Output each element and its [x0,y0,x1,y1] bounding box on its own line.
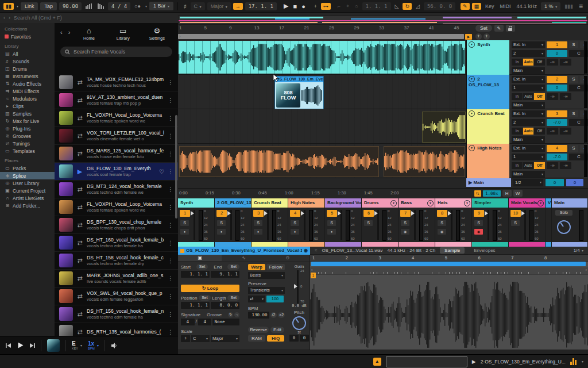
mixer-solo-button[interactable]: S [474,220,483,226]
library-item-modulators[interactable]: ≈Modulators [0,95,55,102]
mixer-midi-arm-button[interactable]: ◉ [438,229,446,235]
cpu-meter[interactable]: 1 % ▾ [541,2,560,10]
warp-toggle[interactable]: Warp [248,264,265,270]
more-options-icon[interactable]: ⋮ [168,79,173,86]
monitor-off[interactable]: Off [534,93,545,100]
scale-icon[interactable]: ♯ [181,335,190,342]
resample-icon[interactable]: ⇄ [76,221,83,229]
resample-icon[interactable]: ⇄ [76,132,83,140]
bpm-halve-button[interactable]: /2 [270,312,277,318]
mixer-track-number[interactable]: 10 [510,210,521,217]
audio-clip[interactable] [384,146,465,177]
pitch-knob[interactable] [292,316,306,330]
solo-button[interactable]: S [569,110,578,117]
transient-envelope-value[interactable]: 100 [266,296,284,302]
volume-value[interactable]: 0 [547,85,567,91]
input-type-menu[interactable]: Ext. In▾ [512,145,545,152]
monitor-switch[interactable]: InAutoOff [512,162,545,169]
loop-switch[interactable]: ↻ [403,3,412,10]
input-channel-menu[interactable]: 2▾ [512,119,545,126]
next-icon[interactable] [29,343,35,348]
nudge-up-icon[interactable] [98,3,104,9]
warp-marker-icon[interactable]: 1 [311,273,316,278]
input-channel-menu[interactable]: 1▾ [512,154,545,160]
library-item-max-for-live[interactable]: ↻Max for Live [0,117,55,125]
key-scale-menu[interactable]: Major ▾ [207,2,231,10]
send-b-value[interactable]: -∞ [560,59,571,66]
library-item-samples[interactable]: ▥Samples [0,110,55,117]
volume-fader-handle[interactable] [485,211,488,216]
mixer-arm-button[interactable]: ● [180,229,189,235]
browser-search-bar[interactable]: ‹ › Search All (Cmd + F) [0,13,178,24]
tab-envelopes[interactable]: Envelopes [469,247,500,254]
scrollbar[interactable] [175,115,177,218]
extract-groove-icon[interactable]: → [234,312,239,317]
set-end-button[interactable]: Set [227,264,239,270]
loop-region-bar[interactable]: › [178,34,464,39]
send-b-value[interactable]: -∞ [560,162,571,169]
more-options-icon[interactable]: ⋮ [168,186,173,193]
library-item-sounds[interactable]: ♬Sounds [0,57,55,65]
clip-stop-icon[interactable]: ◉ [304,247,308,255]
monitor-in[interactable]: In [512,162,523,169]
audio-clip[interactable] [179,146,379,177]
library-item-clips[interactable]: ▸Clips [0,102,55,110]
track-lane-high-notes[interactable] [178,144,466,178]
track-lane-crunch-beat[interactable] [178,109,466,144]
nudge-down-icon[interactable] [86,3,92,9]
mixer-solo-button[interactable]: S [217,220,226,226]
link-button[interactable]: Link [21,2,38,10]
splice-back-icon[interactable]: ‹ [60,29,63,36]
output-menu[interactable]: Main▾ [512,171,545,178]
mixer-track-number[interactable]: 1 [180,210,190,217]
main-volume-value[interactable]: 0 [546,179,564,186]
seg-bpm-value[interactable]: 130.00 [248,312,269,319]
volume-fader-handle[interactable] [264,211,268,216]
volume-value[interactable]: 0 [547,50,567,57]
mixer-solo-button[interactable]: S [438,220,446,226]
track-header-high-notes[interactable]: ▼ High NotesExt. In▾4S●1▾-7.0CInAutoOff-… [467,144,588,178]
scrub-area[interactable]: › ▶ + + [178,33,588,40]
monitor-in[interactable]: In [512,59,523,66]
computer-midi-keyboard-icon[interactable]: ▦ [472,3,482,10]
resample-icon[interactable]: ⇄ [76,150,83,158]
fold-group-icon[interactable]: ▼ [537,200,544,206]
marker-icon[interactable]: ⌖ [345,2,351,10]
library-item-plug-ins[interactable]: ◎Plug-Ins [0,125,55,132]
output-menu[interactable]: Main▾ [512,136,545,143]
play-button[interactable]: ▶ [284,2,288,10]
track-lane-2-os-flow-13[interactable]: OS_FLOW_130_Em_Every808FLOW [178,75,466,109]
mixer-strip-high-notes[interactable]: 4S●012243660 [288,208,325,242]
preview-waveform[interactable] [386,356,467,367]
sample-row[interactable]: ⇄DS_HT_158_vocal_hook_female_cvocals tec… [55,252,178,270]
mixer-strip-simpler[interactable]: 9S◉012243660 [472,208,509,242]
track-lanes[interactable]: OS_FLOW_130_Em_Every808FLOW [178,40,466,178]
sample-row[interactable]: ⇄VOX_TORI_LETZLER_100_vocal_hvocals cine… [55,127,178,145]
bpm-filter-dropdown[interactable]: 1xBPM ▾ [88,340,99,350]
sample-row[interactable]: ⇄TA_MK_VOX_FEMALE12_124bpmvocals house t… [55,74,178,91]
volume-fader-handle[interactable] [227,211,231,216]
resample-icon[interactable]: ⇄ [76,275,83,282]
mixer-strip-synth[interactable]: 1S●012243660 [178,208,215,242]
scale-icon[interactable]: ♯ [182,3,188,10]
volume-fader-handle[interactable] [448,211,451,216]
volume-fader-handle[interactable] [191,211,194,216]
sample-row[interactable]: ⇄DS_HT_160_vocal_hook_female_bvocals tec… [55,234,178,252]
midi-map-button[interactable]: MIDI [498,3,513,10]
monitor-off[interactable]: Off [534,59,545,66]
input-channel-menu[interactable]: 1▾ [512,85,545,91]
mixer-strip-v[interactable] [546,208,552,242]
fold-track-icon[interactable]: ▼ [469,145,475,151]
mixer-strip-drums[interactable]: 6S012243660 [362,208,399,242]
tap-tempo-button[interactable]: Tap [40,2,57,10]
more-options-icon[interactable]: ⋮ [168,151,173,157]
hot-swap-icon[interactable]: ⇆ [474,190,481,197]
splice-search-input[interactable]: Search Female Vocals [60,47,172,57]
track-number-display[interactable]: 2 [547,76,567,83]
previous-icon[interactable] [6,343,11,348]
monitor-switch[interactable]: InAutoOff [512,93,545,100]
mixer-track-number[interactable]: 7 [400,210,411,217]
add-locator-button[interactable]: + [475,33,482,40]
draw-automation-icon[interactable]: ✎ [494,25,504,32]
mixer-solo-button[interactable]: S [291,220,299,226]
